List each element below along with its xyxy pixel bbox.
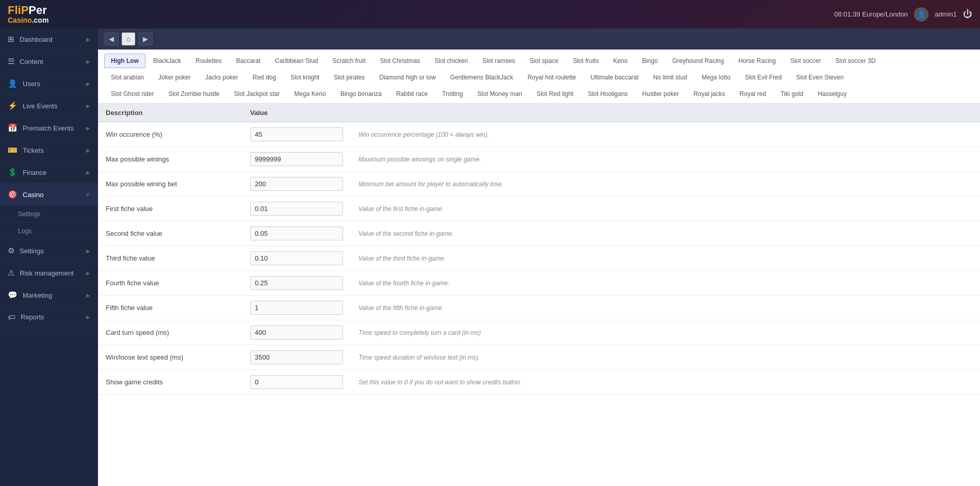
sidebar-label-risk: Risk management	[20, 269, 74, 277]
tab-slot-fruits[interactable]: Slot fruits	[566, 54, 606, 68]
row-value-cell	[242, 320, 351, 345]
value-input-card-turn-speed[interactable]	[250, 326, 343, 339]
sidebar-item-marketing[interactable]: 💬 Marketing ▶	[0, 284, 98, 306]
logo-subtext: Casino.com	[8, 17, 48, 24]
tab-bingo[interactable]: Bingo	[635, 54, 665, 68]
value-input-first-fiche-value[interactable]	[250, 202, 343, 216]
row-value-cell	[242, 122, 351, 147]
row-description: First fiche value	[98, 197, 242, 221]
value-input-max-possible-winings[interactable]	[250, 152, 343, 166]
home-button[interactable]: ⌂	[122, 33, 135, 45]
tab-baccarat[interactable]: Baccarat	[230, 54, 267, 68]
tab-slot-arabian[interactable]: Slot arabian	[104, 70, 151, 85]
tab-greyhound-racing[interactable]: Greyhound Racing	[665, 54, 730, 68]
back-button[interactable]: ◀	[104, 33, 119, 45]
value-input-second-fiche-value[interactable]	[250, 226, 343, 240]
sidebar-label-marketing: Marketing	[23, 291, 52, 299]
tickets-icon: 🎫	[8, 145, 18, 155]
tab-slot-money-man[interactable]: Slot Money man	[471, 87, 529, 101]
tab-slot-ramses[interactable]: Slot ramses	[476, 54, 521, 68]
value-input-fourth-fiche-value[interactable]	[250, 276, 343, 290]
row-help: Set this value to 0 if you do not want t…	[351, 370, 980, 395]
content-icon: ☰	[8, 57, 14, 66]
tab-roulettes[interactable]: Roulettes	[189, 54, 228, 68]
tab-mega-keno[interactable]: Mega Keno	[287, 87, 332, 101]
sidebar-item-finance[interactable]: 💲 Finance ▶	[0, 161, 98, 184]
tab-trotting[interactable]: Trotting	[435, 87, 469, 101]
tab-joker-poker[interactable]: Joker poker	[152, 70, 198, 85]
tabs-row-3: Slot Ghost rider Slot Zombie hustle Slot…	[104, 87, 974, 101]
tab-hasselguy[interactable]: Hasselguy	[811, 87, 853, 101]
row-help: Win occurrence percentage (100 = always …	[351, 122, 980, 147]
tab-slot-ghost-rider[interactable]: Slot Ghost rider	[104, 87, 160, 101]
sidebar-item-live-events[interactable]: ⚡ Live Events ▶	[0, 95, 98, 117]
value-input-fifth-fiche-value[interactable]	[250, 301, 343, 315]
tab-slot-jackpot-star[interactable]: Slot Jackpot star	[227, 87, 287, 101]
tab-slot-christmas[interactable]: Slot Christmas	[373, 54, 427, 68]
arrow-icon: ▶	[86, 314, 90, 320]
forward-button[interactable]: ▶	[138, 33, 153, 45]
avatar: 👤	[914, 7, 928, 22]
tab-bingo-bonanza[interactable]: Bingo bonanza	[334, 87, 388, 101]
value-input-max-possible-wining-bet[interactable]	[250, 177, 343, 191]
sidebar-item-users[interactable]: 👤 Users ▶	[0, 73, 98, 95]
tab-slot-space[interactable]: Slot space	[523, 54, 565, 68]
sidebar-item-risk-management[interactable]: ⚠ Risk management ▶	[0, 262, 98, 284]
logout-icon[interactable]: ⏻	[963, 9, 972, 20]
sidebar-item-logs[interactable]: Logs	[0, 223, 98, 240]
tab-high-low[interactable]: High Low	[104, 54, 145, 68]
tab-slot-soccer[interactable]: Slot soccer	[783, 54, 827, 68]
tab-blackjack[interactable]: BlackJack	[146, 54, 188, 68]
tab-caribbean-stud[interactable]: Caribbean Stud	[268, 54, 324, 68]
sidebar-item-reports[interactable]: 🏷 Reports ▶	[0, 306, 98, 328]
sidebar-item-tickets[interactable]: 🎫 Tickets ▶	[0, 139, 98, 161]
tab-keno[interactable]: Keno	[607, 54, 634, 68]
value-input-win-occurrence[interactable]	[250, 127, 343, 141]
tab-slot-chicken[interactable]: Slot chicken	[428, 54, 475, 68]
tab-diamond-high-or-low[interactable]: Diamond high or low	[372, 70, 442, 85]
tab-slot-zombie-hustle[interactable]: Slot Zombie hustle	[161, 87, 226, 101]
value-input-win-loose-text-speed[interactable]	[250, 350, 343, 364]
arrow-icon: ▶	[86, 148, 90, 153]
sidebar-item-settings[interactable]: Settings	[0, 206, 98, 223]
tab-slot-red-light[interactable]: Slot Red light	[530, 87, 580, 101]
col-header-help	[351, 104, 980, 122]
sidebar-item-content[interactable]: ☰ Content ▶	[0, 51, 98, 73]
tab-slot-evil-fred[interactable]: Slot Evil Fred	[738, 70, 788, 85]
tab-slot-knight[interactable]: Slot knight	[284, 70, 326, 85]
tab-slot-even-steven[interactable]: Slot Even Steven	[790, 70, 851, 85]
tab-scratch-fruit[interactable]: Scratch fruit	[325, 54, 372, 68]
tabs-row-1: High Low BlackJack Roulettes Baccarat Ca…	[104, 54, 974, 68]
sidebar-item-settings2[interactable]: ⚙ Settings ▶	[0, 240, 98, 262]
sidebar-item-prematch-events[interactable]: 📅 Prematch Events ▶	[0, 117, 98, 139]
marketing-icon: 💬	[8, 290, 18, 300]
tab-royal-jacks[interactable]: Royal jacks	[687, 87, 731, 101]
tab-ultimate-baccarat[interactable]: Ultimate baccarat	[584, 70, 645, 85]
tab-no-limit-stud[interactable]: No limit stud	[646, 70, 694, 85]
tab-hustler-poker[interactable]: Hustler poker	[635, 87, 685, 101]
logo: FliPPer Casino.com	[8, 4, 48, 25]
col-header-description: Description	[98, 104, 242, 122]
tab-tiki-gold[interactable]: Tiki gold	[774, 87, 810, 101]
tab-gentlemens-blackjack[interactable]: Gentlemens BlackJack	[444, 70, 520, 85]
tab-horse-racing[interactable]: Horse Racing	[731, 54, 782, 68]
arrow-icon: ▼	[85, 192, 90, 198]
tab-mega-lotto[interactable]: Mega lotto	[695, 70, 737, 85]
row-description: Win occurence (%)	[98, 122, 242, 147]
sidebar-item-dashboard[interactable]: ⊞ Dashboard ▶	[0, 28, 98, 51]
sidebar-item-casino[interactable]: 🎯 Casino ▼	[0, 184, 98, 206]
table-row: Fifth fiche value Value of the fifth fic…	[98, 296, 980, 320]
tab-rabbit-race[interactable]: Rabbit race	[389, 87, 434, 101]
tab-slot-soccer-3d[interactable]: Slot soccer 3D	[829, 54, 883, 68]
tab-royal-hot-roulette[interactable]: Royal hot roulette	[521, 70, 583, 85]
tab-jacks-poker[interactable]: Jacks poker	[199, 70, 245, 85]
row-description: Max possible wining bet	[98, 172, 242, 197]
value-input-third-fiche-value[interactable]	[250, 251, 343, 265]
value-input-show-game-credits[interactable]	[250, 375, 343, 389]
row-value-cell	[242, 296, 351, 320]
tab-slot-hooligans[interactable]: Slot Hooligans	[581, 87, 634, 101]
risk-icon: ⚠	[8, 268, 14, 278]
tab-slot-pirates[interactable]: Slot pirates	[327, 70, 371, 85]
tab-royal-red[interactable]: Royal red	[733, 87, 773, 101]
tab-red-dog[interactable]: Red dog	[246, 70, 283, 85]
